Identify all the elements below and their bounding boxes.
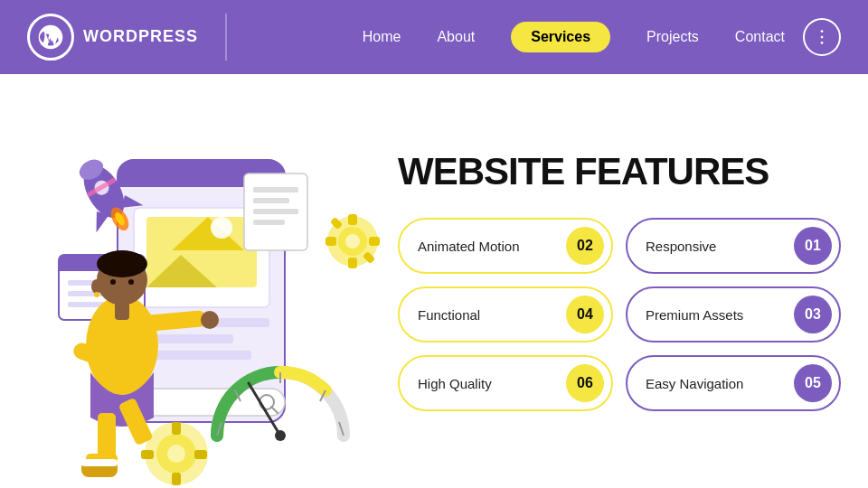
svg-rect-27 (253, 220, 285, 225)
svg-rect-25 (253, 198, 289, 203)
svg-point-62 (110, 279, 116, 285)
svg-rect-17 (348, 258, 357, 268)
feature-high-quality[interactable]: High Quality 06 (398, 355, 613, 411)
features-grid: Animated Motion 02 Responsive 01 Functio… (398, 218, 841, 411)
nav-about[interactable]: About (437, 29, 475, 45)
feature-animated-motion[interactable]: Animated Motion 02 (398, 218, 613, 274)
feature-label: Premium Assets (646, 307, 743, 323)
svg-point-2 (821, 42, 824, 44)
nav-home[interactable]: Home (363, 29, 401, 45)
svg-rect-48 (172, 473, 181, 485)
section-title: WEBSITE FEATURES (398, 151, 841, 192)
svg-rect-16 (348, 214, 357, 225)
illustration-area (0, 74, 380, 488)
logo: WordPress (27, 14, 227, 61)
feature-premium-assets[interactable]: Premium Assets 03 (626, 286, 841, 343)
feature-easy-navigation[interactable]: Easy Navigation 05 (626, 355, 841, 411)
svg-rect-18 (326, 237, 336, 246)
svg-rect-74 (81, 459, 118, 466)
svg-rect-24 (253, 187, 298, 192)
logo-text: WordPress (83, 28, 198, 46)
svg-rect-50 (194, 450, 207, 459)
svg-point-63 (128, 279, 134, 285)
svg-point-51 (167, 445, 185, 463)
nav-contact[interactable]: Contact (735, 29, 785, 45)
features-content: WEBSITE FEATURES Animated Motion 02 Resp… (380, 74, 868, 488)
main-content: WEBSITE FEATURES Animated Motion 02 Resp… (0, 74, 868, 488)
feature-number: 05 (794, 364, 832, 402)
feature-number: 04 (566, 296, 604, 333)
svg-point-22 (345, 234, 360, 249)
svg-rect-49 (141, 450, 154, 459)
svg-point-64 (91, 279, 102, 294)
feature-functional[interactable]: Functional 04 (398, 286, 613, 343)
feature-number: 03 (794, 296, 832, 333)
svg-rect-66 (115, 302, 129, 320)
wordpress-logo-icon (27, 14, 74, 61)
feature-responsive[interactable]: Responsive 01 (626, 218, 841, 274)
svg-point-53 (275, 430, 286, 441)
feature-label: Animated Motion (418, 239, 520, 254)
nav-projects[interactable]: Projects (646, 29, 699, 45)
svg-point-68 (201, 311, 219, 329)
feature-number: 06 (566, 364, 604, 402)
svg-point-65 (94, 292, 99, 297)
svg-point-61 (97, 250, 147, 277)
feature-label: High Quality (418, 376, 492, 391)
header: WordPress Home About Services Projects C… (0, 0, 868, 74)
svg-rect-26 (253, 209, 298, 214)
svg-point-1 (821, 36, 824, 39)
svg-rect-47 (172, 422, 181, 435)
svg-point-0 (821, 30, 824, 33)
svg-rect-19 (369, 237, 380, 246)
feature-label: Responsive (646, 239, 716, 254)
nav-bar: Home About Services Projects Contact (363, 22, 785, 52)
feature-label: Easy Navigation (646, 376, 743, 391)
feature-label: Functional (418, 307, 480, 323)
feature-number: 01 (794, 227, 832, 265)
nav-services[interactable]: Services (511, 22, 610, 52)
feature-number: 02 (566, 227, 604, 265)
menu-button[interactable] (803, 18, 841, 56)
svg-point-10 (211, 217, 232, 239)
